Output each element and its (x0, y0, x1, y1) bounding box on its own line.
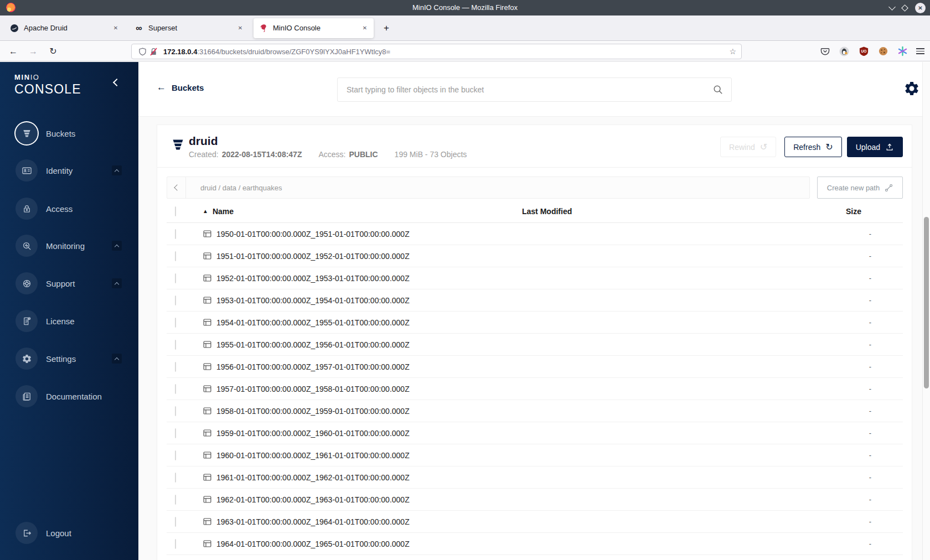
row-checkbox[interactable] (175, 362, 176, 372)
row-checkbox[interactable] (175, 340, 176, 350)
table-row[interactable]: 1955-01-01T00:00:00.000Z_1956-01-01T00:0… (167, 334, 903, 356)
menu-icon[interactable] (916, 48, 924, 54)
upload-button[interactable]: Upload (847, 137, 903, 157)
row-checkbox[interactable] (175, 318, 176, 328)
maximize-icon[interactable] (901, 4, 908, 12)
row-checkbox[interactable] (175, 273, 176, 283)
sidebar-item-buckets[interactable]: Buckets (16, 120, 124, 147)
window-title: MinIO Console — Mozilla Firefox (412, 0, 518, 15)
page-scrollbar[interactable] (922, 62, 930, 560)
chevron-up-icon[interactable] (112, 354, 122, 364)
tab-superset[interactable]: ∞ Superset ✕ (129, 18, 249, 38)
table-header-row: ▲ Name Last Modified Size (167, 200, 903, 223)
sidebar-item-settings[interactable]: Settings (16, 345, 124, 372)
row-checkbox[interactable] (175, 428, 176, 438)
row-checkbox[interactable] (175, 251, 176, 261)
tab-minio-console[interactable]: MinIO Console ✕ (254, 18, 374, 38)
table-row[interactable]: 1956-01-01T00:00:00.000Z_1957-01-01T00:0… (167, 356, 903, 378)
object-name: 1961-01-01T00:00:00.000Z_1962-01-01T00:0… (216, 473, 410, 482)
table-row[interactable]: 1950-01-01T00:00:00.000Z_1951-01-01T00:0… (167, 223, 903, 245)
forward-icon[interactable]: → (24, 42, 42, 61)
table-row[interactable]: 1957-01-01T00:00:00.000Z_1958-01-01T00:0… (167, 378, 903, 400)
bucket-icon (22, 128, 32, 139)
objects-table: ▲ Name Last Modified Size (167, 200, 903, 555)
table-row[interactable]: 1958-01-01T00:00:00.000Z_1959-01-01T00:0… (167, 400, 903, 422)
refresh-button[interactable]: Refresh↻ (784, 137, 841, 157)
table-row[interactable]: 1963-01-01T00:00:00.000Z_1964-01-01T00:0… (167, 511, 903, 533)
table-row[interactable]: 1964-01-01T00:00:00.000Z_1965-01-01T00:0… (167, 533, 903, 555)
sort-asc-icon[interactable]: ▲ (203, 208, 208, 214)
row-checkbox[interactable] (175, 295, 176, 305)
session-manager-icon[interactable] (897, 46, 908, 57)
scrollbar-thumb[interactable] (924, 217, 929, 388)
settings-gear-icon[interactable] (903, 80, 920, 97)
tab-close-icon[interactable]: ✕ (110, 23, 121, 34)
insecure-lock-icon[interactable] (148, 46, 159, 57)
sidebar-item-license[interactable]: License (16, 308, 124, 334)
back-to-buckets-link[interactable]: ← Buckets (157, 82, 204, 93)
column-size[interactable]: Size (838, 207, 903, 216)
tab-close-icon[interactable]: ✕ (359, 23, 370, 34)
table-row[interactable]: 1959-01-01T00:00:00.000Z_1960-01-01T00:0… (167, 422, 903, 444)
object-name: 1962-01-01T00:00:00.000Z_1963-01-01T00:0… (216, 495, 410, 504)
row-checkbox[interactable] (175, 450, 176, 460)
chevron-up-icon[interactable] (112, 278, 122, 288)
breadcrumb[interactable]: druid / data / earthquakes (200, 184, 282, 192)
reload-icon[interactable]: ↻ (44, 42, 62, 61)
create-new-path-button[interactable]: Create new path (817, 177, 903, 199)
shield-icon[interactable] (137, 46, 148, 57)
row-checkbox[interactable] (175, 406, 176, 416)
path-back-button[interactable] (167, 177, 186, 198)
screen: MinIO Console — Mozilla Firefox ✕ Apache… (0, 0, 930, 560)
table-row[interactable]: 1962-01-01T00:00:00.000Z_1963-01-01T00:0… (167, 489, 903, 511)
extension-penguin-icon[interactable] (839, 46, 850, 57)
url-bar[interactable]: 172.18.0.4:31664/buckets/druid/browse/ZG… (131, 44, 742, 59)
row-checkbox[interactable] (175, 473, 176, 483)
access-label: Access: (318, 150, 345, 159)
sidebar-item-label: Access (46, 204, 73, 214)
table-row[interactable]: 1960-01-01T00:00:00.000Z_1961-01-01T00:0… (167, 444, 903, 466)
pocket-icon[interactable] (819, 46, 830, 57)
row-checkbox[interactable] (175, 495, 176, 505)
cookie-icon[interactable] (877, 46, 888, 57)
row-checkbox[interactable] (175, 384, 176, 394)
lock-icon (22, 204, 32, 214)
close-icon[interactable]: ✕ (915, 3, 926, 13)
row-checkbox[interactable] (175, 539, 176, 549)
rewind-button[interactable]: Rewind↺ (720, 137, 776, 157)
table-row[interactable]: 1953-01-01T00:00:00.000Z_1954-01-01T00:0… (167, 289, 903, 312)
column-last-modified[interactable]: Last Modified (516, 207, 838, 216)
sidebar-item-monitoring[interactable]: Monitoring (16, 232, 124, 259)
object-size: - (838, 318, 903, 326)
license-document-icon (22, 316, 32, 326)
row-checkbox[interactable] (175, 229, 176, 239)
sidebar-item-logout[interactable]: Logout (16, 520, 124, 546)
rewind-icon: ↺ (760, 142, 767, 152)
chevron-up-icon[interactable] (112, 165, 122, 175)
row-checkbox[interactable] (175, 517, 176, 527)
new-tab-button[interactable]: + (378, 20, 395, 37)
table-row[interactable]: 1954-01-01T00:00:00.000Z_1955-01-01T00:0… (167, 312, 903, 334)
minimize-icon[interactable] (888, 3, 896, 11)
chevron-up-icon[interactable] (112, 241, 122, 251)
ublock-icon[interactable]: UO (858, 46, 869, 57)
object-file-icon (203, 295, 212, 305)
tab-apache-druid[interactable]: Apache Druid ✕ (4, 18, 125, 38)
search-input[interactable] (345, 85, 712, 95)
tab-close-icon[interactable]: ✕ (235, 23, 246, 34)
table-row[interactable]: 1952-01-01T00:00:00.000Z_1953-01-01T00:0… (167, 267, 903, 289)
table-row[interactable]: 1951-01-01T00:00:00.000Z_1952-01-01T00:0… (167, 245, 903, 267)
sidebar-item-support[interactable]: Support (16, 270, 124, 297)
sidebar-item-access[interactable]: Access (16, 195, 124, 222)
column-name[interactable]: Name (213, 207, 234, 216)
bookmark-star-icon[interactable]: ☆ (729, 47, 736, 56)
sidebar-collapse-icon[interactable] (113, 79, 121, 86)
back-label: Buckets (172, 83, 204, 92)
select-all-checkbox[interactable] (175, 206, 176, 216)
table-row[interactable]: 1961-01-01T00:00:00.000Z_1962-01-01T00:0… (167, 466, 903, 489)
back-icon[interactable]: ← (4, 42, 22, 61)
sidebar-item-documentation[interactable]: Documentation (16, 383, 124, 409)
sidebar-item-label: Monitoring (46, 241, 85, 251)
refresh-icon: ↻ (825, 142, 833, 152)
sidebar-item-identity[interactable]: Identity (16, 157, 124, 184)
